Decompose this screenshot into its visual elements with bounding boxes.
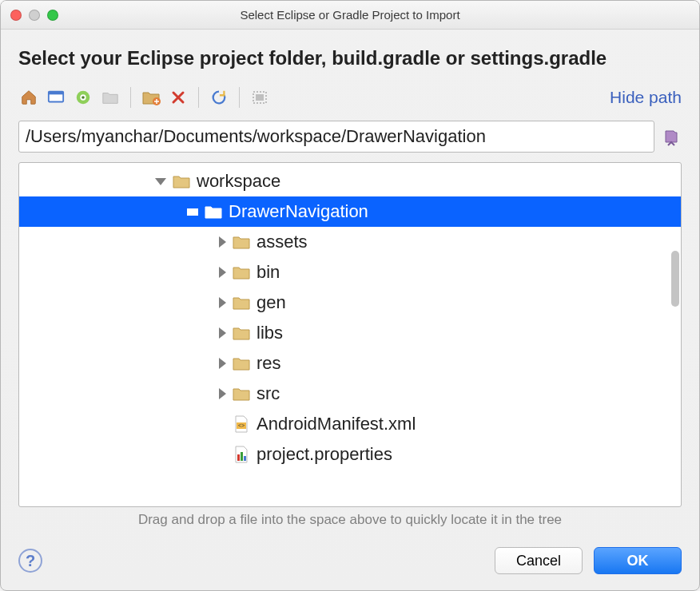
toolbar-separator [198,87,199,108]
folder-icon [231,292,252,313]
show-hidden-icon[interactable] [249,87,270,108]
tree-row[interactable]: workspace [19,166,681,196]
instruction-heading: Select your Eclipse project folder, buil… [18,47,682,69]
props-icon [231,444,252,465]
folder-icon [171,171,192,192]
tree-item-label: AndroidManifest.xml [257,414,416,434]
tree-item-label: DrawerNavigation [229,201,368,222]
disclosure-triangle-closed-icon[interactable] [219,267,226,278]
tree-row[interactable]: src [19,379,681,409]
file-tree-panel: workspaceDrawerNavigationassetsbingenlib… [18,162,682,507]
tree-row[interactable]: res [19,348,681,379]
svg-rect-10 [237,454,240,461]
dialog-footer: ? Cancel OK [1,539,699,590]
disclosure-triangle-closed-icon[interactable] [219,388,226,399]
svg-text:<>: <> [238,422,245,428]
file-tree: workspaceDrawerNavigationassetsbingenlib… [19,163,681,473]
delete-icon[interactable] [168,87,189,108]
tree-row[interactable]: project.properties [19,439,681,470]
svg-rect-11 [241,452,243,461]
tree-item-label: src [257,383,280,404]
tree-item-label: workspace [197,171,280,192]
svg-point-4 [82,96,85,99]
folder-icon [231,232,252,252]
tree-item-label: libs [257,323,283,343]
disclosure-triangle-closed-icon[interactable] [219,358,226,369]
refresh-icon[interactable] [209,87,229,108]
tree-item-label: bin [257,262,280,283]
new-folder-icon[interactable] [141,87,161,108]
toolbar-separator [239,87,240,108]
disclosure-triangle-open-icon[interactable] [155,178,166,185]
tree-item-label: res [257,353,281,374]
path-input[interactable] [18,121,654,153]
scrollbar-thumb[interactable] [671,251,679,307]
dialog-content: Select your Eclipse project folder, buil… [1,30,699,539]
disclosure-triangle-closed-icon[interactable] [219,327,226,339]
tree-row[interactable]: <>AndroidManifest.xml [19,409,681,439]
ok-button[interactable]: OK [594,547,682,574]
folder-icon [203,201,224,222]
cancel-button[interactable]: Cancel [495,547,583,574]
svg-rect-7 [256,94,264,101]
tree-row[interactable]: assets [19,227,681,257]
disclosure-triangle-closed-icon[interactable] [219,297,226,308]
traffic-lights [10,10,58,21]
desktop-icon[interactable] [46,87,66,108]
dialog-window: Select Eclipse or Gradle Project to Impo… [0,0,700,591]
folder-icon [231,323,252,343]
folder-icon [231,353,252,374]
disclosure-triangle-open-icon[interactable] [187,208,198,216]
hide-path-link[interactable]: Hide path [610,88,682,107]
tree-item-label: project.properties [257,444,392,465]
path-row [18,121,682,153]
zoom-window-button[interactable] [47,10,58,21]
toolbar-separator [130,87,131,108]
folder-icon [231,262,252,283]
folder-icon [231,383,252,404]
help-button[interactable]: ? [18,549,42,573]
window-title: Select Eclipse or Gradle Project to Impo… [1,8,699,22]
tree-item-label: gen [257,292,286,313]
file-tree-scroll[interactable]: workspaceDrawerNavigationassetsbingenlib… [19,163,681,506]
android-icon[interactable] [73,87,93,108]
home-icon[interactable] [18,87,39,108]
tree-row[interactable]: bin [19,257,681,288]
file-toolbar: Hide path [18,84,682,111]
tree-row[interactable]: DrawerNavigation [19,196,681,227]
drag-drop-hint: Drag and drop a file into the space abov… [18,512,682,528]
title-bar[interactable]: Select Eclipse or Gradle Project to Impo… [1,1,699,30]
history-dropdown-icon[interactable] [661,124,682,149]
project-icon[interactable] [100,87,121,108]
tree-row[interactable]: libs [19,318,681,348]
tree-item-label: assets [257,232,308,252]
svg-rect-12 [244,456,246,461]
tree-row[interactable]: gen [19,288,681,318]
minimize-window-button[interactable] [29,10,40,21]
svg-rect-1 [49,92,63,95]
disclosure-triangle-closed-icon[interactable] [219,236,226,248]
close-window-button[interactable] [10,10,22,21]
xml-icon: <> [231,414,252,434]
